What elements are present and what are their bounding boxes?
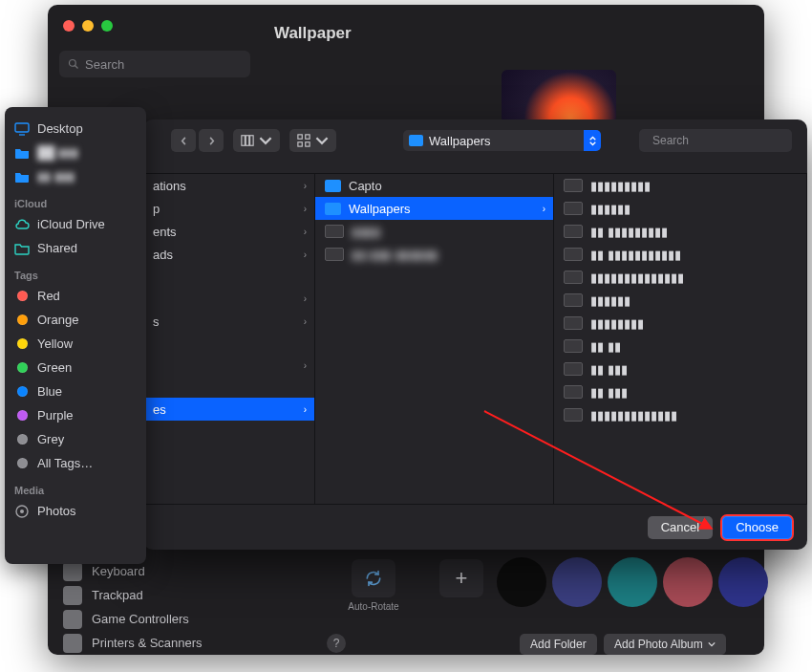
- file-list-item[interactable]: ▮▮ ▮▮▮: [554, 358, 806, 380]
- sidebar-item-icon: [63, 634, 82, 653]
- color-swatch[interactable]: [497, 557, 546, 607]
- folder-icon: [14, 169, 30, 184]
- sidebar-item-label: Orange: [37, 313, 78, 327]
- sidebar-tag-item[interactable]: Blue: [14, 379, 137, 403]
- add-custom-wallpaper-button[interactable]: +: [439, 559, 483, 597]
- sidebar-tag-item[interactable]: Grey: [14, 427, 137, 451]
- dialog-toolbar: Wallpapers: [143, 119, 807, 162]
- file-list-item[interactable]: Wallpapers›: [315, 197, 553, 220]
- svg-rect-2: [242, 136, 246, 146]
- file-item-label: ▮▮▮▮▮▮: [590, 202, 630, 216]
- auto-rotate-button[interactable]: Auto-Rotate: [344, 559, 403, 612]
- file-list-item[interactable]: ▮▮ ▮▮▮: [554, 380, 806, 403]
- nav-forward-button[interactable]: [199, 129, 224, 152]
- sidebar-tag-item[interactable]: Yellow: [14, 332, 137, 356]
- sidebar-tag-item[interactable]: Green: [14, 356, 137, 379]
- file-item-label: ations: [153, 179, 186, 193]
- sidebar-icloud-item[interactable]: iCloud Drive: [14, 212, 137, 236]
- file-list-item[interactable]: ▮▮ ▮▮▮ ▮▮▮▮▮▮: [315, 243, 553, 266]
- column-2[interactable]: CaptoWallpapers›▮▮▮▮▮▮ ▮▮▮ ▮▮▮▮▮▮: [315, 174, 554, 504]
- column-1[interactable]: ations›p›ents›ads››s››es›: [143, 174, 315, 504]
- chevron-right-icon: ›: [304, 316, 307, 327]
- minimize-window-button[interactable]: [82, 20, 94, 32]
- chevron-right-icon: ›: [304, 204, 307, 214]
- color-swatch[interactable]: [552, 557, 602, 607]
- file-list-item[interactable]: ›: [143, 354, 314, 377]
- file-list-item[interactable]: ▮▮▮▮▮▮▮▮▮▮▮▮▮: [554, 403, 806, 426]
- group-by-button[interactable]: [289, 129, 336, 152]
- grid-icon: [297, 134, 310, 147]
- sidebar-favorite-item[interactable]: Desktop: [14, 117, 137, 141]
- sidebar-item-label: Trackpad: [92, 588, 143, 602]
- settings-sidebar-item[interactable]: Trackpad: [57, 583, 258, 607]
- path-label: Wallpapers: [429, 134, 491, 148]
- sidebar-all-tags[interactable]: All Tags…: [14, 451, 137, 475]
- sidebar-tag-item[interactable]: Orange: [14, 308, 137, 332]
- svg-rect-5: [298, 135, 302, 139]
- file-thumbnail-icon: [564, 225, 583, 238]
- add-folder-button[interactable]: Add Folder: [520, 634, 597, 655]
- file-list-item[interactable]: ▮▮▮▮▮▮▮▮▮▮▮▮▮▮: [554, 266, 806, 289]
- file-thumbnail-icon: [325, 225, 344, 238]
- sidebar-tag-item[interactable]: Red: [14, 284, 137, 308]
- file-list-item[interactable]: ▮▮ ▮▮▮▮▮▮▮▮▮▮▮: [554, 243, 806, 266]
- svg-line-1: [75, 66, 78, 69]
- settings-search-field[interactable]: [59, 51, 250, 77]
- zoom-window-button[interactable]: [101, 20, 113, 32]
- file-item-label: ▮▮▮▮▮▮▮▮▮▮▮▮▮▮: [590, 271, 684, 285]
- view-columns-button[interactable]: [233, 129, 280, 152]
- nav-back-button[interactable]: [171, 129, 196, 152]
- sidebar-tag-item[interactable]: Purple: [14, 403, 137, 427]
- tag-color-icon: [14, 384, 30, 400]
- file-list-item[interactable]: Capto: [315, 174, 553, 197]
- color-swatch[interactable]: [663, 557, 713, 607]
- settings-search-input[interactable]: [85, 57, 246, 72]
- file-list-item[interactable]: s›: [143, 310, 314, 333]
- color-swatch[interactable]: [718, 557, 768, 607]
- file-item-label: ▮▮ ▮▮: [590, 339, 621, 354]
- file-list-item[interactable]: ▮▮ ▮▮▮▮▮▮▮▮▮: [554, 220, 806, 243]
- file-list-item[interactable]: ▮▮▮▮▮▮▮▮: [554, 312, 806, 335]
- file-list-item[interactable]: ▮▮▮▮: [315, 220, 553, 243]
- path-popup-stepper[interactable]: [584, 130, 601, 151]
- sidebar-item-label: Shared: [37, 241, 77, 255]
- settings-sidebar-item[interactable]: Printers & Scanners: [57, 631, 258, 655]
- file-list-item[interactable]: ations›: [143, 174, 314, 197]
- file-thumbnail-icon: [564, 293, 583, 307]
- file-list-item[interactable]: ▮▮▮▮▮▮: [554, 289, 806, 312]
- sidebar-media-item[interactable]: Photos: [14, 499, 137, 523]
- sidebar-item-label: ██ ▮▮▮: [37, 145, 78, 160]
- settings-sidebar-item[interactable]: Game Controllers: [57, 607, 258, 631]
- open-file-dialog: Wallpapers ations›p›ents›ads››s››es› Cap…: [143, 119, 807, 550]
- file-list-item[interactable]: ads›: [143, 243, 314, 266]
- file-list-item[interactable]: es›: [143, 398, 314, 421]
- choose-button[interactable]: Choose: [722, 516, 792, 539]
- sidebar-item-label: Desktop: [37, 121, 83, 136]
- dialog-search-input[interactable]: [652, 134, 796, 147]
- folder-icon: [409, 135, 423, 146]
- color-swatch[interactable]: [608, 557, 657, 607]
- path-popup[interactable]: Wallpapers: [403, 130, 601, 151]
- sidebar-item-label: Purple: [37, 408, 74, 423]
- color-swatches: [497, 557, 768, 607]
- file-list-item[interactable]: ▮▮▮▮▮▮: [554, 197, 806, 220]
- file-list-item[interactable]: ents›: [143, 220, 314, 243]
- sidebar-icloud-item[interactable]: Shared: [14, 236, 137, 260]
- help-button[interactable]: ?: [327, 634, 346, 653]
- file-thumbnail-icon: [564, 271, 583, 284]
- sidebar-item-label: Green: [37, 360, 72, 375]
- dialog-search-field[interactable]: [639, 129, 792, 152]
- column-3[interactable]: ▮▮▮▮▮▮▮▮▮▮▮▮▮▮▮▮▮ ▮▮▮▮▮▮▮▮▮▮▮ ▮▮▮▮▮▮▮▮▮▮…: [554, 174, 807, 504]
- auto-rotate-label: Auto-Rotate: [348, 601, 398, 612]
- file-list-item[interactable]: p›: [143, 197, 314, 220]
- add-photo-album-button[interactable]: Add Photo Album: [604, 634, 726, 655]
- icloud-header: iCloud: [14, 198, 137, 209]
- file-list-item[interactable]: ▮▮ ▮▮: [554, 335, 806, 358]
- file-item-label: ents: [153, 225, 177, 239]
- close-window-button[interactable]: [63, 20, 75, 32]
- sidebar-favorite-item[interactable]: ██ ▮▮▮: [14, 141, 137, 164]
- file-list-item[interactable]: ▮▮▮▮▮▮▮▮▮: [554, 174, 806, 197]
- cancel-button[interactable]: Cancel: [648, 516, 713, 539]
- file-list-item[interactable]: ›: [143, 287, 314, 310]
- sidebar-favorite-item[interactable]: ▮▮ ▮▮▮: [14, 164, 137, 188]
